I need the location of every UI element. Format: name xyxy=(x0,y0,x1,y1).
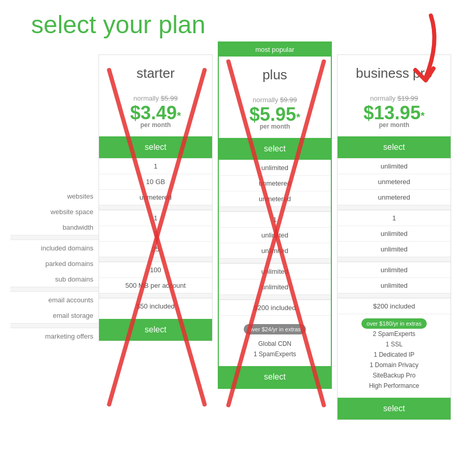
business-extra-3: 1 Domain Privacy xyxy=(342,360,446,370)
business-extra-4: SiteBackup Pro xyxy=(342,370,446,381)
plus-extra-0: Global CDN xyxy=(223,339,327,349)
starter-email-accounts: 100 xyxy=(99,262,212,277)
starter-email-storage: 500 MB per account xyxy=(99,277,212,293)
business-parked-domains: unlimited xyxy=(338,226,451,241)
business-email-storage: unlimited xyxy=(338,277,451,293)
starter-sub-domains: 25 xyxy=(99,241,212,257)
plus-website-space: unmetered xyxy=(219,175,331,191)
plus-marketing-offers: $200 included xyxy=(219,300,331,315)
business-websites: unlimited xyxy=(338,158,451,174)
plus-email-accounts: unlimited xyxy=(219,263,331,279)
starter-websites: 1 xyxy=(99,158,212,174)
plus-select-bottom-button[interactable]: select xyxy=(219,366,331,388)
business-extra-2: 1 Dedicated IP xyxy=(342,349,446,360)
plus-normally: normally $9.99 xyxy=(224,96,326,104)
starter-parked-domains: 5 xyxy=(99,226,212,241)
starter-bandwidth: unmetered xyxy=(99,189,212,205)
plus-parked-domains: unlimited xyxy=(219,227,331,243)
business-sub-domains: unlimited xyxy=(338,241,451,257)
business-included-domains: 1 xyxy=(338,210,451,226)
plus-extras-badge: over $24/yr in extras xyxy=(244,324,306,334)
business-extras-badge: over $180/yr in extras xyxy=(361,318,427,329)
label-marketing-offers: marketing offers xyxy=(10,328,99,344)
business-extra-0: 2 SpamExperts xyxy=(342,329,446,339)
most-popular-badge: most popular xyxy=(219,43,331,57)
plus-included-domains: 1 xyxy=(219,212,331,227)
label-included-domains: included domains xyxy=(10,240,99,256)
starter-marketing-offers: $50 included xyxy=(99,298,212,314)
plus-sub-domains: unlimited xyxy=(219,243,331,258)
business-normally: normally $19.99 xyxy=(343,94,445,102)
plus-bandwidth: unmetered xyxy=(219,191,331,206)
plus-email-storage: unlimited xyxy=(219,279,331,295)
business-select-bottom-button[interactable]: select xyxy=(338,398,451,419)
label-parked-domains: parked domains xyxy=(10,256,99,271)
label-website-space: website space xyxy=(10,204,99,219)
business-extra-1: 1 SSL xyxy=(342,339,446,349)
plus-price: $5.95* per month xyxy=(224,104,326,130)
label-email-accounts: email accounts xyxy=(10,292,99,307)
page-title: select your plan xyxy=(10,10,452,39)
label-email-storage: email storage xyxy=(10,307,99,323)
business-select-button[interactable]: select xyxy=(338,136,451,158)
starter-website-space: 10 GB xyxy=(99,174,212,189)
plan-starter: starter normally $5.99 $3.49* per month … xyxy=(99,54,213,341)
label-sub-domains: sub domains xyxy=(10,271,99,287)
business-price: $13.95* per month xyxy=(343,102,445,129)
label-websites: websites xyxy=(10,188,99,204)
starter-plan-name: starter xyxy=(99,55,212,87)
plus-select-button[interactable]: select xyxy=(219,138,331,160)
plan-business-pro: business pro normally $19.99 $13.95* per… xyxy=(337,54,451,420)
business-marketing-offers: $200 included xyxy=(338,298,451,314)
business-email-accounts: unlimited xyxy=(338,262,451,277)
label-bandwidth: bandwidth xyxy=(10,219,99,235)
plus-plan-name: plus xyxy=(219,57,331,88)
plan-plus: most popular plus normally $9.99 $5.95* … xyxy=(218,41,332,389)
business-bandwidth: unmetered xyxy=(338,189,451,205)
business-website-space: unmetered xyxy=(338,174,451,189)
starter-select-bottom-button[interactable]: select xyxy=(99,319,212,341)
starter-normally: normally $5.99 xyxy=(104,94,207,102)
business-extra-5: High Performance xyxy=(342,381,446,391)
plus-extra-1: 1 SpamExperts xyxy=(223,349,327,359)
plus-websites: unlimited xyxy=(219,160,331,175)
starter-select-button[interactable]: select xyxy=(99,136,212,158)
starter-price: $3.49* per month xyxy=(104,102,207,129)
starter-included-domains: 1 xyxy=(99,210,212,226)
